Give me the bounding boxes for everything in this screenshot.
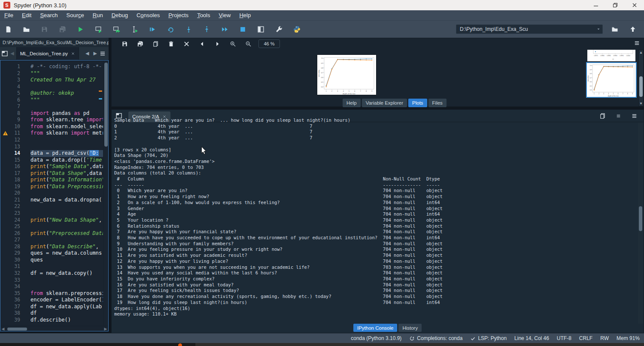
code-line[interactable]: 20 [0,190,108,197]
code-line[interactable]: 24print("New Data Shape", [0,217,108,224]
prev-file-icon[interactable]: ◀ [83,51,91,56]
menu-edit[interactable]: Edit [18,10,36,21]
code-line[interactable]: 28print("Data Describe", [0,244,108,250]
code-line[interactable]: 18print("Data Information" [0,177,108,184]
next-file-icon[interactable]: ▶ [91,51,99,56]
run-button[interactable] [74,23,86,35]
code-line[interactable]: 7 [0,103,108,110]
previous-plot-button[interactable] [197,39,207,49]
code-line[interactable]: 36encoder = LabelEncoder() [0,297,108,304]
code-line[interactable]: 22 [0,203,108,210]
code-line[interactable]: 19print("Data Preprocessing" [0,184,108,190]
code-line[interactable]: 32df = new_data.copy() [0,270,108,277]
new-file-button[interactable] [2,23,14,35]
tab-ipython-console[interactable]: IPython Console [353,324,397,332]
scroll-down-icon[interactable]: ▼ [639,102,643,105]
plot-thumbnail-selected[interactable]: 0.40.50.60.70.80.91.0123456789depth of t… [586,62,637,98]
code-line[interactable]: 14data = pd.read_csv('D: [0,150,108,157]
code-line[interactable]: 15data = data.drop(['Time [0,157,108,164]
code-line[interactable]: 37df = new_data.apply(Lab [0,304,108,310]
remove-all-plots-button[interactable] [181,39,191,49]
pane-tab-variable-explorer[interactable]: Variable Explorer [362,99,407,107]
menu-projects[interactable]: Projects [164,10,193,21]
scrollbar-thumb[interactable] [639,206,642,231]
editor-tab[interactable]: ML_Decision_Tree.py [16,47,79,60]
code-line[interactable]: 2""" [0,70,108,77]
code-line[interactable]: 31 [0,263,108,270]
menu-file[interactable]: File [0,10,18,21]
code-line[interactable]: 26print("Preprocessed Data" [0,230,108,237]
run-cell-advance-button[interactable] [110,23,122,35]
open-file-button[interactable] [20,23,32,35]
code-line[interactable]: 4 [0,84,108,90]
debug-file-button[interactable] [146,23,158,35]
next-plot-button[interactable] [212,39,222,49]
plot-thumbnail-partial[interactable]: 0.99750.99800.99850.99900.99951.0000cv [587,50,635,61]
zoom-out-button[interactable] [243,39,253,49]
plots-options-menu-icon[interactable] [634,40,640,46]
code-line[interactable]: 12 [0,137,108,144]
pane-tab-files[interactable]: Files [428,99,447,107]
remove-plot-button[interactable] [166,39,176,49]
menu-consoles[interactable]: Consoles [132,10,164,21]
browse-directory-button[interactable] [609,23,621,35]
code-line[interactable]: 9from sklearn.tree import [0,117,108,123]
editor-vertical-scrollbar[interactable] [103,60,108,326]
code-line[interactable]: 25 [0,223,108,230]
debug-step-into-button[interactable] [182,23,194,35]
code-line[interactable]: 27 [0,237,108,244]
menu-debug[interactable]: Debug [107,10,132,21]
code-line[interactable]: 30ques [0,257,108,264]
code-line[interactable]: 13 [0,144,108,150]
code-line[interactable]: 39df.describe() [0,317,108,324]
menu-tools[interactable]: Tools [193,10,214,21]
menu-run[interactable]: Run [88,10,107,21]
stop-button[interactable] [237,23,249,35]
debug-continue-button[interactable] [219,23,231,35]
save-all-plots-button[interactable] [135,39,145,49]
copy-plot-button[interactable] [150,39,161,49]
scroll-right-icon[interactable]: ▶ [103,327,108,331]
scrollbar-thumb[interactable] [7,328,27,331]
scroll-left-icon[interactable]: ◀ [0,327,6,331]
close-window-button[interactable] [625,0,644,10]
maximize-pane-button[interactable] [255,23,267,35]
working-directory-combobox[interactable]: D:\Python_Imp\Edu_Exa_Scu [456,24,603,34]
restore-button[interactable] [605,0,625,10]
menu-view[interactable]: View [214,10,235,21]
code-line[interactable]: 10from sklearn.model_selection [0,123,108,130]
code-line[interactable]: 16print("Sample Data",data [0,163,108,170]
pythonpath-button[interactable] [291,23,303,35]
code-line[interactable]: 33 [0,277,108,284]
close-icon[interactable] [71,51,75,56]
preferences-button[interactable] [273,23,285,35]
code-line[interactable]: 6""" [0,97,108,104]
console-vertical-scrollbar[interactable] [638,123,643,324]
editor-horizontal-scrollbar[interactable]: ◀ ▶ [0,326,108,331]
code-line[interactable]: 3Created on Thu Apr 27 [0,77,108,84]
parent-directory-button[interactable] [627,23,639,35]
code-line[interactable]: 21new_data = data.dropna( [0,197,108,204]
code-line[interactable]: 5@author: okokp [0,90,108,97]
tab-history[interactable]: History [398,324,422,332]
chevron-down-icon[interactable] [595,27,602,31]
save-button[interactable] [38,23,50,35]
code-line[interactable]: 35from sklearn.preprocessing [0,290,108,297]
browse-tabs-icon[interactable] [1,50,8,57]
pane-tab-plots[interactable]: Plots [408,99,427,107]
pane-tab-help[interactable]: Help [343,99,361,107]
nav-back-icon[interactable]: ◀ [8,51,16,56]
code-line[interactable]: 29ques = new_data.columns [0,250,108,257]
scroll-up-icon[interactable]: ▲ [639,51,643,54]
menu-source[interactable]: Source [62,10,88,21]
scrollbar-thumb[interactable] [639,76,643,97]
minimize-button[interactable] [586,0,605,10]
debug-step-out-button[interactable] [200,23,213,35]
code-line[interactable]: 8import pandas as pd [0,110,108,117]
editor-options-menu-icon[interactable] [99,50,106,57]
code-line[interactable]: 34 [0,283,108,290]
code-line[interactable]: 11from sklearn import metrics [0,130,108,137]
code-line[interactable]: 23 [0,210,108,217]
code-line[interactable]: 1# -*- coding: utf-8 -*- [0,63,108,70]
save-all-button[interactable] [56,23,68,35]
